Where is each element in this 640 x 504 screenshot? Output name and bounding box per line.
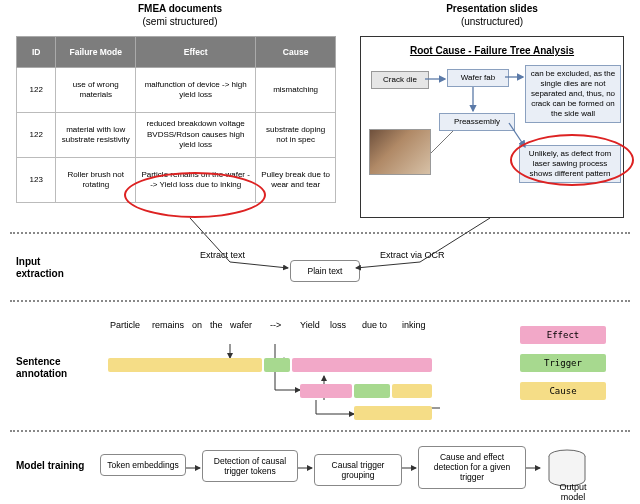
plain-text-box: Plain text	[290, 260, 360, 282]
step-grouping: Causal trigger grouping	[314, 454, 402, 486]
step-cause-effect: Cause and effect detection for a given t…	[418, 446, 526, 489]
slides-sub: (unstructured)	[461, 16, 523, 27]
th-id: ID	[17, 37, 56, 68]
stage1-label: Input extraction	[16, 256, 86, 280]
box-note1: can be excluded, as the single dies are …	[525, 65, 621, 123]
sep-1	[10, 232, 630, 234]
output-model-label: Output model	[548, 482, 598, 502]
bar-cause-3	[354, 406, 432, 420]
fmea-table: ID Failure Mode Effect Cause 122 use of …	[16, 36, 336, 203]
tok9: inking	[402, 320, 426, 330]
bar-trigger-2	[354, 384, 390, 398]
box-pre: Preassembly	[439, 113, 515, 131]
slides-title: Presentation slides	[446, 3, 538, 14]
box-wafer: Wafer fab	[447, 69, 509, 87]
tok5: -->	[270, 320, 281, 330]
extract-ocr-label: Extract via OCR	[380, 250, 445, 260]
th-effect: Effect	[136, 37, 256, 68]
extract-text-label: Extract text	[200, 250, 245, 260]
bar-effect-1	[292, 358, 432, 372]
sep-2	[10, 300, 630, 302]
tok3: the	[210, 320, 223, 330]
sep-3	[10, 430, 630, 432]
box-note2: Unlikely, as defect from laser sawing pr…	[519, 145, 621, 183]
fmea-header: FMEA documents (semi structured)	[40, 2, 320, 28]
fmea-title: FMEA documents	[138, 3, 222, 14]
legend-cause: Cause	[520, 382, 606, 400]
stage3-label: Model training	[16, 460, 86, 472]
sample-image	[369, 129, 431, 175]
tok2: on	[192, 320, 202, 330]
slides-header: Presentation slides (unstructured)	[352, 2, 632, 28]
th-cause: Cause	[256, 37, 336, 68]
tok0: Particle	[110, 320, 140, 330]
stage2-label: Sentence annotation	[16, 356, 86, 380]
presentation-slide: Root Cause - Failure Tree Analysis Crack…	[360, 36, 624, 218]
tok4: wafer	[230, 320, 252, 330]
step-embed: Token embeddings	[100, 454, 186, 476]
table-row: 122 use of wrong materials malfunction o…	[17, 68, 336, 113]
slide-title: Root Cause - Failure Tree Analysis	[361, 45, 623, 56]
bar-cause-1	[108, 358, 262, 372]
legend-effect: Effect	[520, 326, 606, 344]
tok7: loss	[330, 320, 346, 330]
svg-line-4	[431, 131, 453, 153]
table-row: 123 Roller brush not rotating Particle r…	[17, 158, 336, 203]
th-fm: Failure Mode	[56, 37, 136, 68]
bar-cause-2	[392, 384, 432, 398]
box-crack: Crack die	[371, 71, 429, 89]
table-row: 122 material with low substrate resistiv…	[17, 113, 336, 158]
step-detect-tokens: Detection of causal trigger tokens	[202, 450, 298, 482]
legend-trigger: Trigger	[520, 354, 606, 372]
tok6: Yield	[300, 320, 320, 330]
fmea-sub: (semi structured)	[142, 16, 217, 27]
bar-effect-2	[300, 384, 352, 398]
bar-trigger-1	[264, 358, 290, 372]
tok8: due to	[362, 320, 387, 330]
tok1: remains	[152, 320, 184, 330]
